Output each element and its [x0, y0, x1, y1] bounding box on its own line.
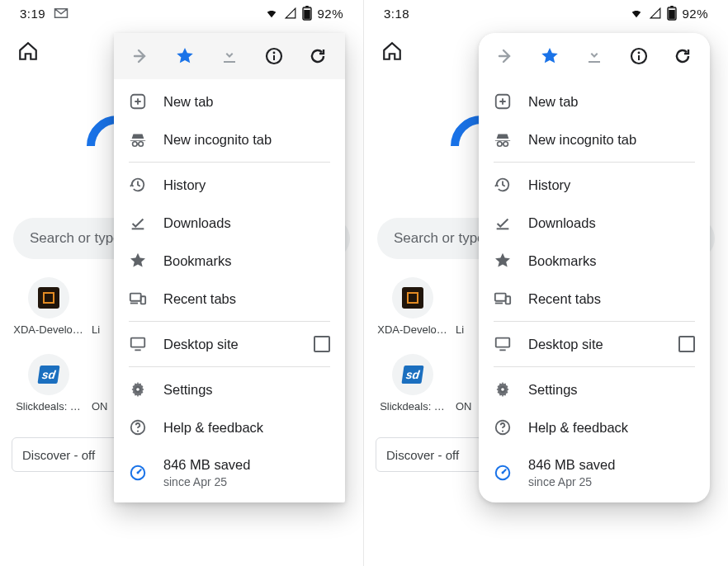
download-button[interactable]: [211, 38, 248, 74]
svg-point-37: [502, 430, 503, 432]
menu-item-settings[interactable]: Settings: [114, 370, 345, 408]
star-solid-icon: [129, 252, 147, 270]
bookmark-star-button[interactable]: [532, 38, 568, 74]
svg-rect-12: [131, 338, 145, 347]
menu-item-data-saver[interactable]: 846 MB savedsince Apr 25: [479, 446, 710, 499]
svg-rect-6: [273, 55, 275, 60]
download-icon: [220, 46, 239, 66]
menu-divider: [129, 162, 330, 163]
menu-item-label: 846 MB savedsince Apr 25: [163, 456, 330, 489]
menu-item-label: Recent tabs: [528, 291, 695, 307]
menu-divider: [129, 321, 330, 322]
svg-point-19: [137, 472, 139, 474]
arrow-forward-icon: [496, 46, 516, 66]
discover-toggle[interactable]: Discover - off: [12, 437, 119, 472]
refresh-button[interactable]: [664, 38, 701, 74]
menu-item-label: New incognito tab: [163, 132, 330, 148]
status-time: 3:19: [20, 7, 45, 21]
page-info-button[interactable]: [621, 38, 657, 74]
star-icon: [540, 46, 560, 66]
menu-item-label: Downloads: [163, 215, 330, 231]
menu-item-bookmarks[interactable]: Bookmarks: [114, 242, 345, 280]
menu-item-help[interactable]: Help & feedback: [114, 408, 345, 446]
incognito-icon: [129, 130, 147, 149]
menu-item-incognito[interactable]: New incognito tab: [114, 120, 345, 158]
menu-item-history[interactable]: History: [114, 166, 345, 204]
menu-item-label: Bookmarks: [163, 253, 330, 269]
menu-item-history[interactable]: History: [479, 166, 710, 204]
svg-rect-2: [305, 9, 311, 19]
menu-item-help[interactable]: Help & feedback: [479, 408, 710, 446]
page-info-button[interactable]: [256, 38, 292, 74]
star-solid-icon: [494, 252, 512, 270]
overflow-menu: New tabNew incognito tabHistoryDownloads…: [114, 33, 345, 502]
svg-rect-22: [669, 9, 676, 19]
battery-percent: 92%: [682, 7, 708, 21]
svg-rect-10: [130, 294, 141, 301]
svg-rect-3: [305, 9, 311, 11]
home-button[interactable]: [13, 36, 43, 66]
menu-item-data-saver[interactable]: 846 MB savedsince Apr 25: [114, 446, 345, 499]
shortcut-label: XDA-Develo…: [13, 323, 83, 336]
refresh-icon: [308, 46, 328, 66]
svg-rect-32: [496, 338, 510, 347]
forward-button[interactable]: [488, 38, 524, 74]
menu-item-new-tab[interactable]: New tab: [114, 83, 345, 120]
menu-item-recent-tabs[interactable]: Recent tabs: [114, 280, 345, 318]
menu-item-new-tab[interactable]: New tab: [479, 83, 710, 120]
monitor-icon: [129, 335, 147, 353]
menu-item-bookmarks[interactable]: Bookmarks: [479, 242, 710, 280]
svg-rect-31: [506, 296, 511, 304]
menu-item-recent-tabs[interactable]: Recent tabs: [479, 280, 710, 318]
menu-item-incognito[interactable]: New incognito tab: [479, 120, 710, 158]
menu-item-label: Bookmarks: [528, 253, 695, 269]
menu-item-downloads[interactable]: Downloads: [114, 204, 345, 242]
download-icon: [584, 46, 604, 66]
status-time: 3:18: [384, 7, 409, 21]
battery-percent: 92%: [317, 7, 343, 21]
info-icon: [264, 46, 284, 66]
menu-item-label: History: [163, 177, 330, 193]
home-button[interactable]: [377, 36, 407, 66]
menu-item-label: 846 MB savedsince Apr 25: [528, 456, 695, 489]
star-icon: [175, 46, 195, 66]
menu-item-desktop-site[interactable]: Desktop site: [479, 325, 710, 363]
shortcut-label: XDA-Develo…: [377, 323, 447, 336]
battery-icon: [667, 6, 677, 21]
status-bar: 3:1992%: [0, 0, 363, 26]
bookmark-star-button[interactable]: [167, 38, 203, 74]
shortcut-item[interactable]: sdSlickdeals: …: [13, 354, 83, 413]
history-icon: [129, 176, 147, 194]
desktop-site-checkbox[interactable]: [314, 336, 330, 352]
forward-button[interactable]: [123, 38, 159, 74]
shortcut-item[interactable]: XDA-Develo…: [377, 277, 447, 336]
menu-item-downloads[interactable]: Downloads: [479, 204, 710, 242]
svg-rect-23: [669, 9, 676, 11]
svg-point-29: [503, 142, 508, 147]
download-done-icon: [129, 214, 147, 232]
shortcut-item[interactable]: sdSlickdeals: …: [377, 354, 447, 413]
shortcut-item[interactable]: XDA-Develo…: [13, 277, 83, 336]
overflow-menu: New tabNew incognito tabHistoryDownloads…: [479, 33, 710, 502]
incognito-icon: [494, 130, 512, 149]
svg-rect-11: [141, 296, 146, 304]
svg-point-25: [637, 52, 640, 54]
svg-point-9: [139, 142, 144, 147]
menu-item-label: Settings: [528, 382, 695, 398]
monitor-icon: [494, 335, 512, 353]
discover-toggle[interactable]: Discover - off: [376, 437, 483, 472]
menu-item-label: History: [528, 177, 695, 193]
devices-icon: [494, 290, 512, 308]
download-button[interactable]: [576, 38, 612, 74]
svg-rect-26: [638, 55, 640, 60]
shortcut-label: Slickdeals: …: [16, 400, 81, 413]
menu-item-label: New tab: [528, 94, 695, 110]
shortcut-trail-label: Li: [456, 323, 464, 336]
svg-rect-1: [305, 6, 309, 7]
refresh-button[interactable]: [300, 38, 336, 74]
menu-item-settings[interactable]: Settings: [479, 370, 710, 408]
desktop-site-checkbox[interactable]: [678, 336, 695, 352]
menu-item-desktop-site[interactable]: Desktop site: [114, 325, 345, 363]
svg-point-17: [137, 430, 139, 432]
info-icon: [629, 46, 649, 66]
